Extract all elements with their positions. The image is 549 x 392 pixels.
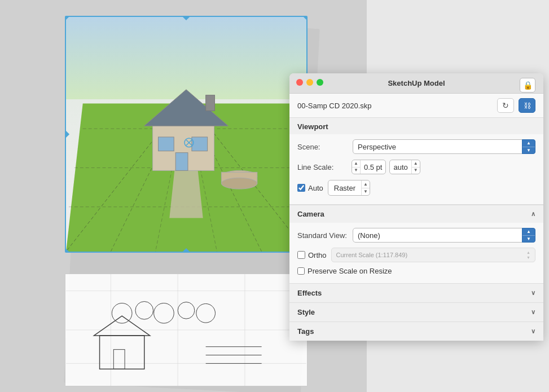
scene-row: Scene: Perspective ▲ ▼	[297, 136, 535, 157]
svg-rect-13	[206, 95, 215, 111]
preserve-label: Preserve Scale on Resize	[308, 267, 392, 275]
ortho-label: Ortho	[308, 251, 327, 259]
viewport-frame[interactable]: ‹	[65, 16, 308, 253]
standard-view-select[interactable]: (None)	[353, 228, 535, 243]
scene-label: Scene:	[297, 143, 348, 151]
line-scale-spinbox-arrows: ▲ ▼	[352, 160, 361, 174]
effects-chevron: ∨	[531, 289, 535, 297]
traffic-lights	[296, 79, 323, 86]
line-scale-spinbox[interactable]: ▲ ▼ 0.5 pt	[352, 160, 386, 174]
viewport-label: Viewport	[297, 122, 328, 131]
scene-select[interactable]: Perspective	[353, 139, 535, 154]
svg-rect-16	[175, 153, 188, 171]
ortho-row: Ortho Current Scale (1:117.849) ▲ ▼	[297, 245, 535, 265]
effects-header[interactable]: Effects ∨	[289, 284, 543, 302]
line-scale-up[interactable]: ▲	[352, 160, 360, 168]
sketch-svg	[65, 274, 307, 386]
ortho-scale-value: Current Scale (1:117.849)	[336, 252, 408, 258]
sketchup-panel: SketchUp Model 00-Samp CD 2020.skp ↻ ⛓ V…	[289, 73, 543, 341]
minimize-button[interactable]	[306, 79, 313, 86]
camera-label: Camera	[297, 210, 324, 218]
raster-arrow-down[interactable]: ▼	[362, 188, 370, 196]
auto-checkbox[interactable]	[297, 184, 305, 192]
unit-arrow-up[interactable]: ▲	[412, 160, 420, 168]
refresh-button[interactable]: ↻	[497, 98, 514, 113]
line-scale-label: Line Scale:	[297, 163, 348, 171]
camera-chevron: ∧	[531, 210, 535, 218]
auto-label: Auto	[308, 184, 323, 192]
close-button[interactable]	[296, 79, 303, 86]
line-scale-down[interactable]: ▼	[352, 168, 360, 174]
scene-arrow-up[interactable]: ▲	[522, 140, 535, 147]
ortho-checkbox-label[interactable]: Ortho	[297, 251, 327, 259]
unit-arrow-down[interactable]: ▼	[412, 168, 420, 174]
raster-value: Raster	[328, 184, 361, 192]
scene-svg	[66, 17, 306, 252]
panel-header: SketchUp Model	[289, 73, 543, 94]
auto-raster-row: Auto Raster ▲ ▼	[297, 177, 535, 199]
scene-arrows[interactable]: ▲ ▼	[522, 139, 535, 154]
tags-header[interactable]: Tags ∨	[289, 322, 543, 341]
standard-view-label: Standard View:	[297, 231, 348, 240]
tags-label: Tags	[297, 327, 314, 336]
refresh-icon: ↻	[502, 101, 509, 110]
sketch-area	[65, 274, 308, 386]
effects-label: Effects	[297, 289, 322, 297]
lock-icon: 🔒	[523, 81, 533, 90]
svg-rect-14	[158, 137, 174, 151]
standard-view-up[interactable]: ▲	[522, 228, 535, 236]
lock-button[interactable]: 🔒	[520, 78, 535, 93]
auto-checkbox-label[interactable]: Auto	[297, 184, 323, 192]
raster-arrow-up[interactable]: ▲	[362, 180, 370, 188]
link-icon: ⛓	[524, 102, 531, 110]
maximize-button[interactable]	[317, 79, 323, 86]
scene-content	[66, 17, 306, 252]
viewport-section-header: Viewport 🔒	[289, 118, 543, 134]
ortho-scale-arrows: ▲ ▼	[526, 250, 530, 260]
file-row: 00-Samp CD 2020.skp ↻ ⛓	[289, 94, 543, 118]
line-scale-unit-box[interactable]: auto ▲ ▼	[389, 160, 420, 174]
preserve-checkbox[interactable]	[297, 267, 305, 275]
tags-section: Tags ∨	[289, 321, 543, 341]
line-scale-value: 0.5 pt	[361, 163, 386, 171]
ortho-scale-down: ▼	[526, 255, 530, 260]
style-label: Style	[297, 308, 315, 316]
tags-chevron: ∨	[531, 328, 535, 335]
style-section: Style ∨	[289, 302, 543, 321]
camera-header[interactable]: Camera ∧	[289, 205, 543, 223]
svg-rect-15	[192, 137, 208, 151]
viewport-body: Scene: Perspective ▲ ▼ Line Scale: ▲ ▼ 0…	[289, 134, 543, 204]
panel-title: SketchUp Model	[388, 79, 445, 87]
raster-arrows: ▲ ▼	[361, 180, 370, 195]
camera-body: Standard View: (None) ▲ ▼ Ortho	[289, 223, 543, 283]
file-name: 00-Samp CD 2020.skp	[297, 102, 493, 110]
standard-view-select-wrap: (None) ▲ ▼	[353, 228, 535, 243]
ortho-checkbox[interactable]	[297, 251, 305, 259]
line-scale-row: Line Scale: ▲ ▼ 0.5 pt auto ▲ ▼	[297, 157, 535, 177]
svg-point-19	[221, 178, 257, 189]
preserve-row: Preserve Scale on Resize	[297, 265, 535, 278]
standard-view-down[interactable]: ▼	[522, 236, 535, 243]
scene-arrow-down[interactable]: ▼	[522, 147, 535, 154]
effects-section: Effects ∨	[289, 283, 543, 302]
unit-arrows: ▲ ▼	[411, 160, 420, 174]
scene-select-wrap: Perspective ▲ ▼	[353, 139, 535, 154]
raster-select[interactable]: Raster ▲ ▼	[328, 180, 370, 196]
style-header[interactable]: Style ∨	[289, 303, 543, 321]
ortho-scale-input: Current Scale (1:117.849) ▲ ▼	[331, 248, 535, 262]
ortho-scale-up: ▲	[526, 250, 530, 255]
style-chevron: ∨	[531, 309, 535, 316]
line-scale-unit-value: auto	[390, 163, 411, 171]
standard-view-row: Standard View: (None) ▲ ▼	[297, 225, 535, 245]
link-button[interactable]: ⛓	[519, 98, 535, 113]
standard-view-arrows[interactable]: ▲ ▼	[522, 228, 535, 243]
camera-section: Camera ∧ Standard View: (None) ▲ ▼	[289, 205, 543, 283]
